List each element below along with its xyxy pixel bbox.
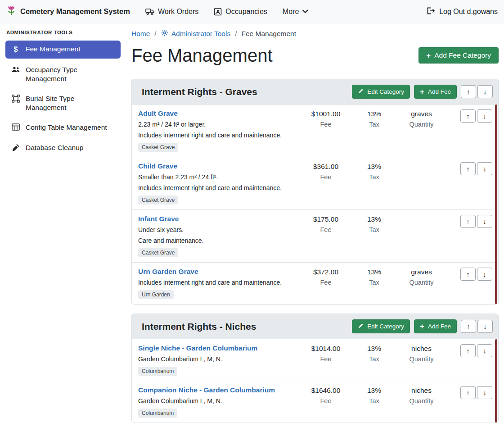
fee-tax-value: 13% xyxy=(353,387,396,395)
edit-category-label: Edit Category xyxy=(367,323,404,330)
sidebar-item-occupancy-type-management[interactable]: Occupancy Type Management xyxy=(5,61,121,87)
fee-type-badge: Casket Grave xyxy=(138,248,178,257)
sidebar-item-config-table-management[interactable]: Config Table Management xyxy=(5,119,121,136)
arrow-down-icon: ↓ xyxy=(483,323,487,330)
fee-name-link[interactable]: Single Niche - Garden Columbarium xyxy=(138,344,257,352)
fee-tax-cell: 13% Tax xyxy=(353,109,396,128)
fee-quantity-value: niches xyxy=(396,345,447,353)
arrow-down-icon: ↓ xyxy=(483,165,486,172)
move-fee-down-button[interactable]: ↓ xyxy=(477,268,492,281)
arrow-down-icon: ↓ xyxy=(483,218,486,225)
fee-desc-1: Garden Columbarium L, M, N. xyxy=(138,397,299,405)
pencil-icon xyxy=(358,88,364,96)
arrow-up-icon: ↑ xyxy=(466,389,470,396)
fee-quantity-label: Quantity xyxy=(396,355,447,363)
fee-quantity-cell: niches Quantity xyxy=(396,386,447,405)
fee-category-card: Interment Rights - Niches Edit Category … xyxy=(131,314,499,423)
card-scrollbar-thumb[interactable] xyxy=(495,339,497,423)
chevron-down-icon xyxy=(302,9,308,14)
fee-row: Infant Grave Under six years. Care and m… xyxy=(132,209,498,262)
fee-quantity-cell: graves Quantity xyxy=(396,109,447,128)
sidebar-item-fee-management[interactable]: $ Fee Management xyxy=(5,41,121,59)
move-fee-down-button[interactable]: ↓ xyxy=(477,386,492,399)
move-fee-down-button[interactable]: ↓ xyxy=(477,215,492,228)
sidebar-item-database-cleanup[interactable]: Database Cleanup xyxy=(5,139,121,156)
nav-occupancies-label: Occupancies xyxy=(225,8,267,16)
logout-link[interactable]: Log Out d.gowans xyxy=(426,7,498,17)
fee-tax-cell: 13% Tax xyxy=(353,386,396,405)
move-fee-up-button[interactable]: ↑ xyxy=(460,344,476,357)
fee-tax-cell: 13% Tax xyxy=(353,268,396,286)
fee-amount-cell: $372.00 Fee xyxy=(299,268,353,286)
edit-category-button[interactable]: Edit Category xyxy=(352,85,410,99)
fee-name-link[interactable]: Child Grave xyxy=(138,162,177,170)
edit-category-button[interactable]: Edit Category xyxy=(352,319,410,333)
broom-icon xyxy=(11,144,21,152)
breadcrumb-admin-tools-link[interactable]: Administrator Tools xyxy=(161,29,231,38)
fee-amount-label: Fee xyxy=(299,355,353,363)
fee-desc-1: Under six years. xyxy=(138,226,299,234)
nav-work-orders-label: Work Orders xyxy=(158,8,198,16)
move-fee-down-button[interactable]: ↓ xyxy=(477,109,492,123)
add-fee-category-button[interactable]: + Add Fee Category xyxy=(418,47,499,64)
move-category-up-button[interactable]: ↑ xyxy=(461,320,476,333)
fee-amount-value: $372.00 xyxy=(299,268,353,276)
sidebar-item-burial-site-type-management[interactable]: Burial Site Type Management xyxy=(5,90,121,116)
fee-category-header: Interment Rights - Graves Edit Category … xyxy=(132,79,498,105)
fee-tax-cell: 13% Tax xyxy=(353,344,396,363)
fee-row: Companion Niche - Garden Columbarium Gar… xyxy=(132,381,498,423)
move-category-up-button[interactable]: ↑ xyxy=(461,85,476,98)
fee-name-link[interactable]: Companion Niche - Garden Columbarium xyxy=(138,386,275,394)
fee-tax-value: 13% xyxy=(353,215,396,223)
fee-quantity-label: Quantity xyxy=(396,121,447,128)
fee-quantity-label: Quantity xyxy=(396,397,447,405)
fee-amount-label: Fee xyxy=(299,173,353,181)
truck-icon xyxy=(145,8,154,15)
tulip-logo-icon xyxy=(6,5,16,18)
fee-name-link[interactable]: Urn Garden Grave xyxy=(138,268,198,276)
fee-amount-label: Fee xyxy=(299,279,353,286)
sidebar-item-label: Config Table Management xyxy=(26,123,107,132)
move-fee-up-button[interactable]: ↑ xyxy=(460,268,476,281)
fee-list: Adult Grave 2.23 m² / 24 ft² or larger. … xyxy=(132,105,498,304)
move-category-down-button[interactable]: ↓ xyxy=(477,320,493,333)
plus-icon: + xyxy=(420,323,424,330)
move-fee-up-button[interactable]: ↑ xyxy=(460,215,476,228)
move-category-down-button[interactable]: ↓ xyxy=(477,85,493,98)
fee-amount-cell: $1014.00 Fee xyxy=(299,344,353,363)
add-fee-button[interactable]: + Add Fee xyxy=(414,319,457,333)
fee-type-badge: Urn Garden xyxy=(138,290,174,299)
nav-more[interactable]: More xyxy=(283,8,308,16)
move-fee-up-button[interactable]: ↑ xyxy=(460,162,476,175)
fee-row: Child Grave Smaller than 2.23 m² / 24 ft… xyxy=(132,157,498,209)
fee-row: Urn Garden Grave Includes interment righ… xyxy=(132,262,498,304)
move-fee-up-button[interactable]: ↑ xyxy=(460,109,476,123)
arrow-down-icon: ↓ xyxy=(483,113,486,119)
table-icon xyxy=(11,123,21,131)
fee-name-link[interactable]: Adult Grave xyxy=(138,109,178,118)
move-fee-down-button[interactable]: ↓ xyxy=(477,344,492,357)
add-fee-button[interactable]: + Add Fee xyxy=(414,85,457,99)
move-fee-down-button[interactable]: ↓ xyxy=(477,162,492,175)
move-fee-up-button[interactable]: ↑ xyxy=(460,386,476,399)
card-scrollbar-thumb[interactable] xyxy=(495,105,497,304)
fee-category-card: Interment Rights - Graves Edit Category … xyxy=(131,79,499,305)
nav-occupancies[interactable]: Occupancies xyxy=(214,8,267,16)
arrow-up-icon: ↑ xyxy=(466,271,470,277)
sidebar-item-label: Burial Site Type Management xyxy=(26,94,115,112)
breadcrumb-home-link[interactable]: Home xyxy=(131,30,150,38)
add-fee-label: Add Fee xyxy=(428,88,451,95)
dollar-icon: $ xyxy=(11,45,21,55)
nav-work-orders[interactable]: Work Orders xyxy=(145,8,198,16)
logout-label: Log Out d.gowans xyxy=(439,8,498,16)
fee-tax-label: Tax xyxy=(353,397,396,405)
arrow-down-icon: ↓ xyxy=(483,88,487,95)
add-fee-label: Add Fee xyxy=(428,323,451,330)
fee-desc-1: Includes interment right and care and ma… xyxy=(138,278,299,287)
fee-amount-cell: $361.00 Fee xyxy=(299,162,353,181)
fee-name-link[interactable]: Infant Grave xyxy=(138,215,179,223)
arrow-down-icon: ↓ xyxy=(483,389,486,396)
fee-tax-value: 13% xyxy=(353,268,396,276)
fee-amount-cell: $1646.00 Fee xyxy=(299,386,353,405)
fee-desc-2: Care and maintenance. xyxy=(138,237,299,245)
